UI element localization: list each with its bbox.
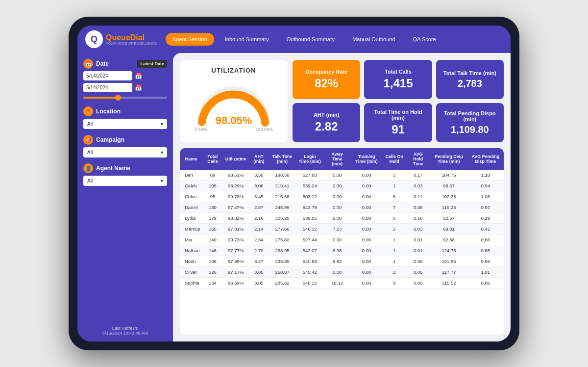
table-cell: 7.23 bbox=[324, 224, 350, 235]
metric-cards-grid: Occupancy Rate 82% Total Calls 1,415 Tot… bbox=[293, 60, 504, 142]
table-cell: 127.77 bbox=[430, 267, 467, 278]
table-cell: 3.27 bbox=[249, 256, 269, 267]
table-cell: 106 bbox=[202, 256, 223, 267]
sidebar: 📅 Date Latest Date 📅 📅 bbox=[77, 53, 173, 341]
main-content: 📅 Date Latest Date 📅 📅 bbox=[77, 53, 511, 341]
table-cell: 0.00 bbox=[350, 245, 383, 256]
table-cell: 115.52 bbox=[430, 278, 467, 288]
table-cell: 0.00 bbox=[324, 170, 350, 181]
content-panel: UTILIZATION 98.05% 0.00% bbox=[173, 53, 511, 341]
table-cell: 3.05 bbox=[249, 278, 269, 288]
stats-row: UTILIZATION 98.05% 0.00% bbox=[180, 60, 504, 142]
table-cell: 0.00 bbox=[324, 202, 350, 213]
table-cell: 0.00 bbox=[350, 278, 383, 288]
logo-tagline: YOUR VOICE OF EXCELLENCE bbox=[106, 42, 157, 45]
table-cell: 250.87 bbox=[269, 267, 296, 278]
table-cell: 98.51% bbox=[223, 170, 249, 181]
table-cell: 198.58 bbox=[269, 170, 296, 181]
table-cell: 1.08 bbox=[467, 191, 504, 202]
table-cell: Marcus bbox=[180, 224, 202, 235]
table-cell: Nathan bbox=[180, 245, 202, 256]
tab-manual-outbound[interactable]: Manual Outbound bbox=[345, 33, 402, 46]
table-cell: 98.57 bbox=[430, 181, 467, 191]
table-cell: Noah bbox=[180, 256, 202, 267]
date-to-input[interactable] bbox=[83, 83, 132, 92]
location-value: All bbox=[87, 121, 93, 127]
table-cell: 165 bbox=[202, 224, 223, 235]
table-cell: 0.03 bbox=[406, 181, 430, 191]
last-refresh-label: Last Refresh: bbox=[83, 326, 167, 331]
table-cell: 1 bbox=[383, 235, 406, 245]
table-cell: 2 bbox=[383, 224, 406, 235]
table-cell: 95 bbox=[202, 191, 223, 202]
calendar-to-icon: 📅 bbox=[135, 84, 142, 91]
agent-data-table: Name Total Calls Utilization AHT (min) T… bbox=[180, 148, 504, 288]
tab-qa-score[interactable]: QA Score bbox=[406, 33, 443, 46]
table-cell: 277.66 bbox=[269, 224, 296, 235]
date-section: 📅 Date Latest Date 📅 📅 bbox=[83, 59, 167, 101]
campaign-dropdown[interactable]: All ▾ bbox=[83, 147, 167, 157]
location-label-row: 📍 Location bbox=[83, 106, 167, 116]
gauge-labels: 0.00% 100.00% bbox=[195, 127, 273, 132]
table-cell: 124.75 bbox=[430, 245, 467, 256]
table-cell: 89 bbox=[202, 170, 223, 181]
table-cell: 3.05 bbox=[249, 267, 269, 278]
table-cell: 539.24 bbox=[295, 181, 324, 191]
data-table-container: Name Total Calls Utilization AHT (min) T… bbox=[180, 148, 504, 335]
table-cell: Ben bbox=[180, 170, 202, 181]
col-header-login-time: Login Time (min) bbox=[295, 148, 324, 170]
campaign-section: 🎯 Campaign All ▾ bbox=[83, 135, 167, 157]
campaign-label-row: 🎯 Campaign bbox=[83, 135, 167, 145]
table-cell: 8.00 bbox=[324, 213, 350, 224]
table-cell: 0.16 bbox=[406, 213, 430, 224]
col-header-aht: AHT (min) bbox=[249, 148, 269, 170]
app-name: QueueDial bbox=[106, 33, 157, 42]
table-cell: Daniel bbox=[180, 202, 202, 213]
metric-card-occupancy-rate: Occupancy Rate 82% bbox=[293, 60, 360, 99]
table-cell: 0.00 bbox=[350, 181, 383, 191]
date-slider bbox=[83, 95, 167, 101]
table-cell: 540.88 bbox=[295, 256, 324, 267]
table-cell: 0.00 bbox=[324, 181, 350, 191]
table-cell: 285.62 bbox=[269, 278, 296, 288]
table-cell: 3.45 bbox=[249, 191, 269, 202]
table-cell: 97.99% bbox=[223, 256, 249, 267]
table-cell: Caleb bbox=[180, 181, 202, 191]
chevron-down-campaign-icon: ▾ bbox=[161, 150, 163, 155]
table-cell: 1 bbox=[383, 256, 406, 267]
agent-name-dropdown[interactable]: All ▾ bbox=[83, 176, 167, 186]
table-cell: 97.77% bbox=[223, 245, 249, 256]
agent-name-value: All bbox=[87, 178, 93, 184]
table-cell: 0.00 bbox=[324, 191, 350, 202]
slider-thumb[interactable] bbox=[115, 95, 121, 101]
table-cell: Mia bbox=[180, 235, 202, 245]
table-row: Ben8998.51%3.58198.58527.880.000.0050.17… bbox=[180, 170, 504, 181]
table-cell: 546.32 bbox=[295, 224, 324, 235]
col-header-calls-on-hold: Calls On Hold bbox=[383, 148, 406, 170]
table-cell: 2.87 bbox=[249, 202, 269, 213]
table-cell: 99.78% bbox=[223, 191, 249, 202]
table-cell: 0.03 bbox=[406, 224, 430, 235]
metric-value-hold-time: 91 bbox=[392, 123, 405, 136]
table-row: Oliver12697.17%3.05250.87545.420.000.002… bbox=[180, 267, 504, 278]
table-cell: 0.00 bbox=[350, 267, 383, 278]
location-dropdown[interactable]: All ▾ bbox=[83, 119, 167, 129]
date-from-input[interactable] bbox=[83, 71, 132, 80]
col-header-avg-hold: AVG Hold Time bbox=[406, 148, 430, 170]
table-cell: 101.85 bbox=[430, 256, 467, 267]
tab-agent-session[interactable]: Agent Session bbox=[166, 33, 214, 46]
tab-inbound-summary[interactable]: Inbound Summary bbox=[218, 33, 276, 46]
table-cell: 97.17% bbox=[223, 267, 249, 278]
table-cell: 0.92 bbox=[467, 202, 504, 213]
table-cell: 0.85 bbox=[467, 245, 504, 256]
table-cell: 8 bbox=[383, 278, 406, 288]
tab-outbound-summary[interactable]: Outbound Summary bbox=[280, 33, 342, 46]
agent-icon: 👤 bbox=[83, 163, 93, 173]
table-cell: 0.06 bbox=[406, 202, 430, 213]
table-cell: 0.94 bbox=[467, 181, 504, 191]
table-row: Sophia13496.69%3.05285.62548.1218.120.00… bbox=[180, 278, 504, 288]
table-cell: 0.05 bbox=[406, 278, 430, 288]
table-body: Ben8998.51%3.58198.58527.880.000.0050.17… bbox=[180, 170, 504, 288]
table-cell: Lydia bbox=[180, 213, 202, 224]
table-cell: 146 bbox=[202, 245, 223, 256]
